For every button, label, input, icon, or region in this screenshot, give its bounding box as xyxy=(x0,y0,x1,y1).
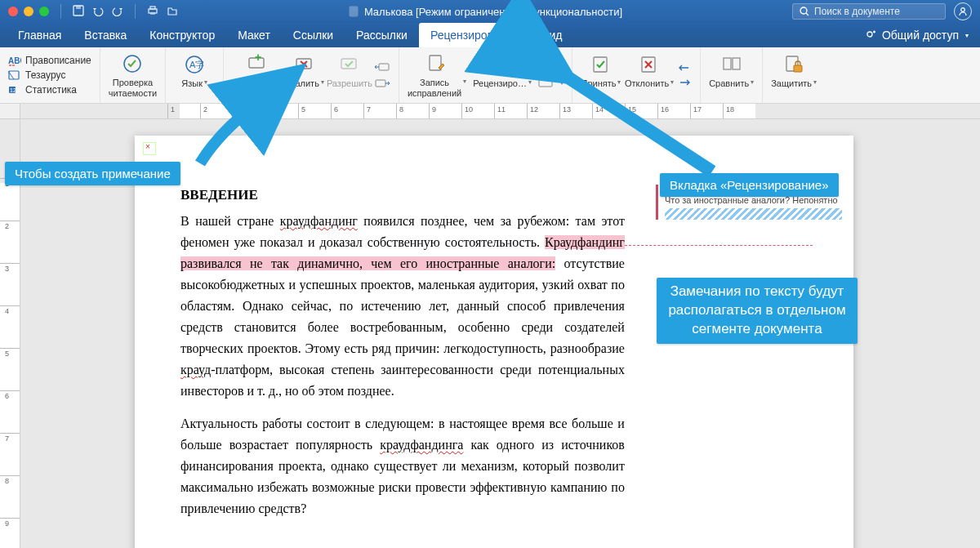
ribbon-group-comments: + Создатьпримечание Удалить▾ Разрешить xyxy=(224,47,399,103)
paragraph-2: Актуальность работы состоит в следующем:… xyxy=(180,413,625,519)
annotation-review-tab: Вкладка «Рецензирование» xyxy=(660,173,839,197)
annotation-arrow-tab xyxy=(492,31,728,180)
delete-comment-button[interactable]: Удалить▾ xyxy=(284,51,325,100)
tab-references[interactable]: Ссылки xyxy=(282,23,345,47)
ribbon-group-readability: Проверкачитаемости xyxy=(100,47,166,103)
tab-mailings[interactable]: Рассылки xyxy=(345,23,419,47)
resolve-comment-button: Разрешить xyxy=(327,51,372,100)
svg-point-9 xyxy=(867,32,872,37)
annotation-create-comment: Чтобы создать примечание xyxy=(5,162,180,185)
spelling-button[interactable]: ABCПравописание xyxy=(8,53,91,68)
next-comment-button[interactable] xyxy=(374,76,390,91)
search-icon xyxy=(800,7,809,16)
spell-error: краудфандинг xyxy=(280,214,358,228)
svg-rect-39 xyxy=(794,65,802,72)
word-count-button[interactable]: 123Статистика xyxy=(8,82,91,97)
svg-text:A字: A字 xyxy=(189,60,204,69)
svg-rect-4 xyxy=(150,12,155,15)
svg-line-7 xyxy=(806,13,808,16)
titlebar: Малькова [Режим ограниченной функциональ… xyxy=(0,0,980,23)
divider xyxy=(135,4,136,19)
document-body[interactable]: ВВЕДЕНИЕ В нашей стране краудфандинг поя… xyxy=(135,136,649,548)
svg-rect-5 xyxy=(350,7,358,16)
quick-access-toolbar xyxy=(73,4,178,19)
spell-error: крауд xyxy=(180,363,211,376)
thesaurus-button[interactable]: Тезаурус xyxy=(8,68,91,82)
tab-insert[interactable]: Вставка xyxy=(73,23,138,47)
svg-rect-25 xyxy=(376,80,385,87)
ribbon: ABCПравописание Тезаурус 123Статистика П… xyxy=(0,47,980,104)
svg-text:ABC: ABC xyxy=(8,56,21,65)
svg-rect-11 xyxy=(9,71,19,79)
svg-rect-1 xyxy=(76,6,81,9)
svg-rect-24 xyxy=(379,64,389,70)
comment-connector xyxy=(625,245,813,246)
share-button[interactable]: Общий доступ ▾ xyxy=(854,23,980,47)
tab-design[interactable]: Конструктор xyxy=(138,23,226,47)
window-controls xyxy=(8,7,49,16)
ribbon-group-protect: Защитить▾ xyxy=(763,47,825,103)
minimize-window-icon[interactable] xyxy=(24,7,33,16)
window-title: Малькова [Режим ограниченной функциональ… xyxy=(186,6,784,18)
svg-point-6 xyxy=(800,7,807,14)
page-corner-icon xyxy=(143,142,156,155)
comment-squiggle xyxy=(665,208,842,220)
spell-error: краудфандинга xyxy=(380,438,463,452)
open-icon[interactable] xyxy=(167,5,178,19)
ribbon-tabs: Главная Вставка Конструктор Макет Ссылки… xyxy=(0,23,980,47)
search-input[interactable]: Поиск в документе xyxy=(792,3,946,20)
svg-rect-23 xyxy=(341,59,356,69)
annotation-comments-area: Замечания по тексту будут располагаться … xyxy=(657,278,858,344)
heading-intro: ВВЕДЕНИЕ xyxy=(180,185,625,206)
horizontal-ruler[interactable]: 123456789101112131415161718 xyxy=(0,104,980,119)
language-button[interactable]: A字 Язык▾ xyxy=(174,53,215,98)
ribbon-group-proofing: ABCПравописание Тезаурус 123Статистика xyxy=(0,47,100,103)
close-window-icon[interactable] xyxy=(8,7,18,16)
user-account-icon[interactable] xyxy=(954,2,972,20)
redo-icon[interactable] xyxy=(112,5,123,19)
ribbon-group-language: A字 Язык▾ xyxy=(166,47,224,103)
new-comment-button[interactable]: + Создатьпримечание xyxy=(232,51,283,100)
tab-home[interactable]: Главная xyxy=(7,23,73,47)
svg-text:123: 123 xyxy=(10,87,20,93)
undo-icon[interactable] xyxy=(92,5,104,19)
protect-button[interactable]: Защитить▾ xyxy=(771,53,817,98)
svg-point-8 xyxy=(961,8,965,12)
paragraph-1: В нашей стране краудфандинг появился поз… xyxy=(180,211,625,402)
prev-comment-button[interactable] xyxy=(374,60,390,74)
zoom-window-icon[interactable] xyxy=(39,7,49,16)
annotation-arrow-create xyxy=(188,98,278,174)
print-icon[interactable] xyxy=(147,5,158,19)
save-icon[interactable] xyxy=(73,5,84,19)
readability-button[interactable]: Проверкачитаемости xyxy=(109,52,157,98)
track-changes-button[interactable]: Записьисправлений▾ xyxy=(408,51,466,100)
svg-rect-37 xyxy=(733,58,740,69)
divider xyxy=(60,4,61,19)
svg-text:+: + xyxy=(255,53,261,64)
tab-layout[interactable]: Макет xyxy=(226,23,282,47)
svg-rect-3 xyxy=(150,7,155,9)
